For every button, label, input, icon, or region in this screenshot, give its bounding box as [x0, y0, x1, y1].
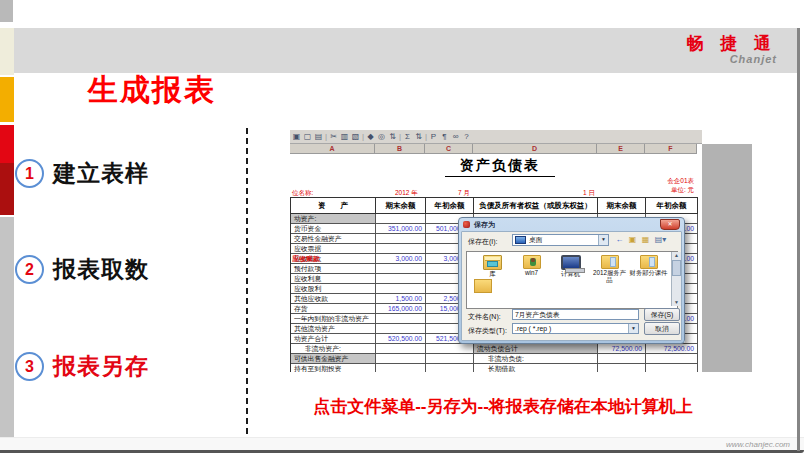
- table-cell: 货币资金: [291, 224, 376, 234]
- accent-square-amber: [0, 77, 14, 122]
- file-list-scrollbar[interactable]: ▲▼: [671, 252, 681, 306]
- table-cell: [376, 344, 426, 354]
- table-cell: 应收账款应收账款: [291, 254, 376, 264]
- instruction-caption: 点击文件菜单--另存为--将报表存储在本地计算机上: [250, 395, 756, 418]
- table-cell: [376, 324, 426, 334]
- sort-icon[interactable]: ⇅: [413, 131, 424, 142]
- table-cell: 其他应收款: [291, 294, 376, 304]
- file-item[interactable]: 2012服务产品: [590, 254, 629, 308]
- column-header-C: C: [425, 144, 473, 154]
- accent-square-cream: [0, 28, 14, 75]
- view-menu-icon[interactable]: ▤▾: [652, 234, 669, 245]
- dialog-titlebar[interactable]: 保存为 ✕: [459, 218, 684, 231]
- table-cell: 165,000.00: [376, 304, 426, 314]
- scroll-down-icon[interactable]: ▼: [672, 299, 681, 305]
- table-cell: 3,000.00: [376, 254, 426, 264]
- up-folder-icon[interactable]: ▣: [626, 234, 639, 245]
- save-in-label: 保存在(I):: [468, 237, 498, 247]
- table-cell: [646, 364, 698, 372]
- table-cell: 交易性金融资产: [291, 234, 376, 244]
- table-row: 可供出售金融资产非流动负债:: [291, 354, 698, 364]
- chevron-down-icon[interactable]: ▼: [598, 235, 608, 245]
- filename-value: 7月资产负债表: [515, 310, 560, 320]
- filetype-value: .rep ( *.rep ): [515, 325, 551, 332]
- file-item[interactable]: win7: [512, 254, 551, 308]
- new-doc-icon[interactable]: ▢: [302, 131, 313, 142]
- file-item[interactable]: 财务部分课件: [629, 254, 668, 308]
- save-in-combo[interactable]: 桌面 ▼: [512, 234, 609, 246]
- table-cell: 应收票据: [291, 244, 376, 254]
- sheet-gray-area: [702, 144, 752, 372]
- dialog-body: 保存在(I): 桌面 ▼ ← ▣ ▦ ▤▾ 库win7计算机2012服务产品财务…: [461, 231, 682, 341]
- step-3: 3 报表另存: [15, 351, 149, 382]
- print-icon[interactable]: ▤: [313, 131, 324, 142]
- filename-input[interactable]: 7月资产负债表: [512, 309, 639, 320]
- sum-icon[interactable]: Σ: [402, 131, 413, 142]
- slide: 畅 捷 通 Chanjet 生成报表 1 建立表样 2 报表取数 3 报表另存 …: [0, 0, 804, 454]
- dialog-title: 保存为: [474, 220, 495, 230]
- find-icon[interactable]: ◎: [376, 131, 387, 142]
- file-item[interactable]: 计算机: [551, 254, 590, 308]
- step-2-number: 2: [15, 255, 44, 284]
- page-title: 生成报表: [88, 70, 216, 111]
- table-cell: 1,500.00: [376, 294, 426, 304]
- libraries-icon: [483, 255, 502, 270]
- file-item-label: win7: [512, 270, 551, 277]
- scrollbar-thumb[interactable]: [672, 260, 681, 276]
- style-icon[interactable]: ¶: [439, 131, 450, 142]
- dialog-app-icon: [463, 221, 470, 228]
- save-icon[interactable]: ▣: [291, 131, 302, 142]
- table-cell: 非流动负债:: [474, 354, 598, 364]
- new-folder-icon[interactable]: ▦: [639, 234, 652, 245]
- table-cell: 非流动资产:: [291, 344, 376, 354]
- paste-icon[interactable]: ▧: [350, 131, 361, 142]
- report-title: 资产负债表: [445, 157, 555, 177]
- table-header-cell: 期末余额: [598, 198, 646, 214]
- table-cell: 应收利息: [291, 274, 376, 284]
- filetype-combo[interactable]: .rep ( *.rep ) ▼: [512, 323, 639, 334]
- chevron-down-icon[interactable]: ▼: [628, 324, 638, 333]
- table-cell: 预付款项: [291, 264, 376, 274]
- footer-url: www.chanjec.com: [726, 440, 790, 449]
- column-header-B: B: [375, 144, 425, 154]
- file-item-label: 2012服务产品: [590, 270, 629, 284]
- meta-form-no: 会企01表: [642, 177, 694, 186]
- table-cell: 其他流动资产: [291, 324, 376, 334]
- table-cell: [598, 354, 646, 364]
- help-icon[interactable]: ?: [461, 131, 472, 142]
- filter-icon[interactable]: ⇅: [387, 131, 398, 142]
- table-cell: [376, 314, 426, 324]
- table-cell: [376, 284, 426, 294]
- column-header-F: F: [645, 144, 697, 154]
- cut-icon[interactable]: ✂: [328, 131, 339, 142]
- paragraph-icon[interactable]: P: [428, 131, 439, 142]
- accent-column-gray: [0, 217, 14, 450]
- file-list[interactable]: 库win7计算机2012服务产品财务部分课件: [466, 251, 678, 309]
- table-cell: [426, 344, 474, 354]
- step-2-label: 报表取数: [53, 254, 149, 285]
- cancel-button[interactable]: 取消: [644, 322, 680, 335]
- link-icon[interactable]: ∞: [450, 131, 461, 142]
- file-item-label: 库: [473, 271, 512, 278]
- table-cell: [376, 354, 426, 364]
- table-cell: [376, 214, 426, 224]
- desktop-icon: [515, 236, 526, 244]
- back-icon[interactable]: ←: [613, 234, 626, 245]
- meta-unit: 单位: 元: [642, 186, 694, 195]
- table-header-cell: 年初余额: [426, 198, 474, 214]
- computer-icon: [561, 255, 581, 270]
- dashed-divider: [246, 128, 248, 434]
- save-button[interactable]: 保存(S): [644, 308, 680, 321]
- table-cell: 一年内到期的非流动资产: [291, 314, 376, 324]
- logo-cn: 畅 捷 通: [687, 35, 777, 53]
- close-icon[interactable]: ✕: [660, 219, 680, 230]
- step-3-label: 报表另存: [53, 351, 149, 382]
- table-cell: 应收股利: [291, 284, 376, 294]
- format-painter-icon[interactable]: ◆: [365, 131, 376, 142]
- table-cell: 可供出售金融资产: [291, 354, 376, 364]
- save-as-dialog: 保存为 ✕ 保存在(I): 桌面 ▼ ← ▣ ▦ ▤▾ 库win7计算机2012…: [458, 217, 685, 344]
- user-folder-icon: [523, 255, 541, 269]
- bottom-border-line: [0, 450, 804, 453]
- copy-icon[interactable]: ▥: [339, 131, 350, 142]
- file-item-label: 财务部分课件: [629, 270, 668, 277]
